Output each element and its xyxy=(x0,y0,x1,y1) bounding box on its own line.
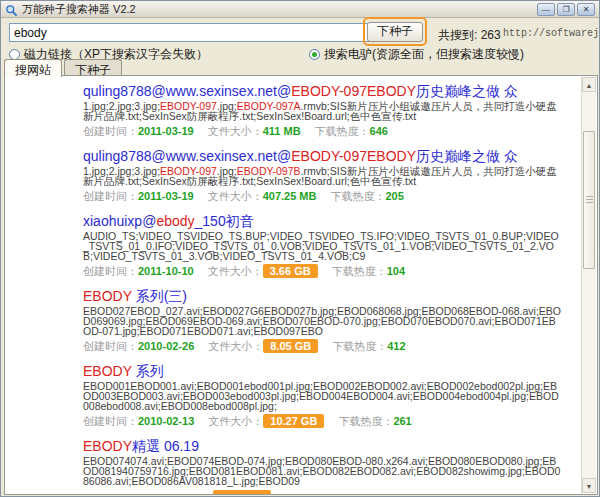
app-window: 万能种子搜索神器 V2.2 — ❐ ✕ 下种子 共搜到: 263 http://… xyxy=(0,0,600,497)
meta-value: 10.27 GB xyxy=(263,414,324,428)
meta-value: 8.05 GB xyxy=(263,339,318,353)
search-input[interactable] xyxy=(9,23,389,42)
cutoff-size-highlight xyxy=(213,490,271,494)
close-icon[interactable]: ✕ xyxy=(577,3,595,16)
result-meta: 创建时间：2011-10-10文件大小：3.66 GB下载热度：104 xyxy=(83,265,563,278)
result-item: quling8788@www.sexinsex.net@EBODY-097EBO… xyxy=(83,148,563,203)
text-segment: quling8788@www.sexinsex.net@ xyxy=(83,148,291,164)
result-item: EBODY 系列EBOD001EBOD001.avi;EBOD001ebod00… xyxy=(83,363,563,428)
meta-label: 文件大小： xyxy=(208,125,263,137)
text-segment: 历史巅峰之做 众 xyxy=(416,83,518,99)
text-segment: 系列 xyxy=(132,363,164,379)
radio-icon[interactable] xyxy=(309,49,320,60)
result-title-link[interactable]: quling8788@www.sexinsex.net@EBODY-097EBO… xyxy=(83,83,563,99)
meta-label: 下载热度： xyxy=(338,415,393,427)
meta-label: 下载热度： xyxy=(332,340,387,352)
meta-value: 412 xyxy=(387,340,405,352)
result-item: xiaohuixp@ebody_150初音AUDIO_TS;VIDEO_TSVI… xyxy=(83,213,563,278)
download-torrent-button[interactable]: 下种子 xyxy=(367,22,423,42)
result-title-link[interactable]: EBODY 系列(三) xyxy=(83,288,563,304)
site-url: http://softwarejsk.com xyxy=(503,28,600,39)
meta-value: 411 MB xyxy=(263,125,301,137)
text-segment: 系列(三) xyxy=(132,288,187,304)
result-file-list: EBOD027EBOD_027.avi;EBOD027G6EBOD027b.jp… xyxy=(83,306,563,336)
result-title-link[interactable]: EBODY 系列 xyxy=(83,363,563,379)
magnifier-app-icon xyxy=(5,3,18,16)
meta-value: 205 xyxy=(385,190,403,202)
result-item: quling8788@www.sexinsex.net@EBODY-097EBO… xyxy=(83,83,563,138)
text-segment: EBOD001EBOD001.avi;EBOD001ebod001pl.jpg;… xyxy=(83,380,559,412)
meta-value: 407.25 MB xyxy=(263,190,317,202)
text-segment: quling8788@www.sexinsex.net@ xyxy=(83,83,291,99)
scroll-up-icon[interactable]: ▲ xyxy=(582,77,596,92)
meta-label: 文件大小： xyxy=(208,190,263,202)
result-file-list: 1.jpg;2.jpg;3.jpg;EBODY-097.jpg;EBODY-09… xyxy=(83,166,563,186)
result-file-list: AUDIO_TS;VIDEO_TSVIDEO_TS.BUP;VIDEO_TSVI… xyxy=(83,231,563,261)
search-mode-options: 磁力链接（XP下搜索汉字会失败） 搜索电驴(资源全面，但搜索速度较慢) xyxy=(9,46,591,60)
maximize-icon[interactable]: ❐ xyxy=(557,3,575,16)
meta-value: 2011-03-19 xyxy=(138,125,194,137)
result-file-list: 1.jpg;2.jpg;3.jpg;EBODY-097.jpg;EBODY-09… xyxy=(83,101,563,121)
meta-label: 创建时间： xyxy=(83,125,138,137)
text-segment: 精選 06.19 xyxy=(132,438,199,454)
results-list: quling8788@www.sexinsex.net@EBODY-097EBO… xyxy=(5,76,581,494)
meta-value: 2010-02-13 xyxy=(138,415,194,427)
meta-value: 261 xyxy=(393,415,411,427)
meta-value: 2011-10-10 xyxy=(138,265,194,277)
text-segment: 历史巅峰之做 众 xyxy=(416,148,518,164)
text-segment: ebody xyxy=(156,213,194,229)
scroll-down-icon[interactable]: ▼ xyxy=(582,478,596,493)
meta-value: 646 xyxy=(370,125,388,137)
result-meta: 创建时间：2011-03-19文件大小：411 MB下载热度：646 xyxy=(83,125,563,138)
vertical-scrollbar[interactable]: ▲ ▼ xyxy=(581,77,596,493)
meta-label: 文件大小： xyxy=(208,340,263,352)
meta-label: 创建时间： xyxy=(83,340,138,352)
text-segment: EBOD027EBOD_027.avi;EBOD027G6EBOD027b.jp… xyxy=(83,305,561,337)
meta-label: 创建时间： xyxy=(83,265,138,277)
meta-label: 创建时间： xyxy=(83,190,138,202)
meta-value: 104 xyxy=(387,265,405,277)
meta-label: 下载热度： xyxy=(315,125,370,137)
meta-label: 创建时间： xyxy=(83,415,138,427)
meta-label: 文件大小： xyxy=(208,415,263,427)
scrollbar-thumb[interactable] xyxy=(583,131,595,269)
result-title-link[interactable]: EBODY精選 06.19 xyxy=(83,438,563,454)
result-item: EBODY 系列(三)EBOD027EBOD_027.avi;EBOD027G6… xyxy=(83,288,563,353)
text-segment: EBODY xyxy=(83,288,132,304)
text-segment: EBODY-097EBODY xyxy=(291,83,416,99)
download-button-highlight: 下种子 xyxy=(363,17,427,46)
text-segment: EBODY xyxy=(83,363,132,379)
result-title-link[interactable]: xiaohuixp@ebody_150初音 xyxy=(83,213,563,229)
result-title-link[interactable]: quling8788@www.sexinsex.net@EBODY-097EBO… xyxy=(83,148,563,164)
tab-download-torrent[interactable]: 下种子 xyxy=(64,59,122,76)
result-meta: 创建时间：2011-03-19文件大小：407.25 MB下载热度：205 xyxy=(83,190,563,203)
text-segment: EBODY xyxy=(83,438,132,454)
meta-value: 3.66 GB xyxy=(263,264,318,278)
meta-label: 文件大小： xyxy=(208,265,263,277)
results-panel: quling8788@www.sexinsex.net@EBODY-097EBO… xyxy=(4,75,598,495)
result-file-list: EBOD001EBOD001.avi;EBOD001ebod001pl.jpg;… xyxy=(83,381,563,411)
meta-label: 下载热度： xyxy=(330,190,385,202)
option-emule-label: 搜索电驴(资源全面，但搜索速度较慢) xyxy=(324,46,524,63)
meta-label: 下载热度： xyxy=(332,265,387,277)
result-meta: 创建时间：2010-02-13文件大小：10.27 GB下载热度：261 xyxy=(83,415,563,428)
text-segment: EBODY-097EBODY xyxy=(291,148,416,164)
tab-search-sites[interactable]: 搜网站 xyxy=(4,59,62,77)
titlebar: 万能种子搜索神器 V2.2 — ❐ ✕ xyxy=(1,1,599,18)
text-segment: EBOD074074.avi;EBOD074EBOD-074.jpg;EBOD0… xyxy=(83,455,560,487)
result-meta: 创建时间：2010-02-26文件大小：8.05 GB下载热度：412 xyxy=(83,340,563,353)
minimize-icon[interactable]: — xyxy=(537,3,555,16)
tab-bar: 搜网站 下种子 xyxy=(4,59,122,76)
text-segment: AUDIO_TS;VIDEO_TSVIDEO_TS.BUP;VIDEO_TSVI… xyxy=(83,230,559,262)
result-count: 共搜到: 263 xyxy=(438,27,501,44)
meta-value: 2010-02-26 xyxy=(138,340,194,352)
result-file-list: EBOD074074.avi;EBOD074EBOD-074.jpg;EBOD0… xyxy=(83,456,563,486)
result-item: EBODY精選 06.19EBOD074074.avi;EBOD074EBOD-… xyxy=(83,438,563,494)
scrollbar-grip-icon xyxy=(586,196,593,203)
text-segment: xiaohuixp@ xyxy=(83,213,156,229)
option-emule-search[interactable]: 搜索电驴(资源全面，但搜索速度较慢) xyxy=(309,46,524,63)
text-segment: _150初音 xyxy=(195,213,254,229)
meta-value: 2011-03-19 xyxy=(138,190,194,202)
window-title: 万能种子搜索神器 V2.2 xyxy=(22,2,537,17)
